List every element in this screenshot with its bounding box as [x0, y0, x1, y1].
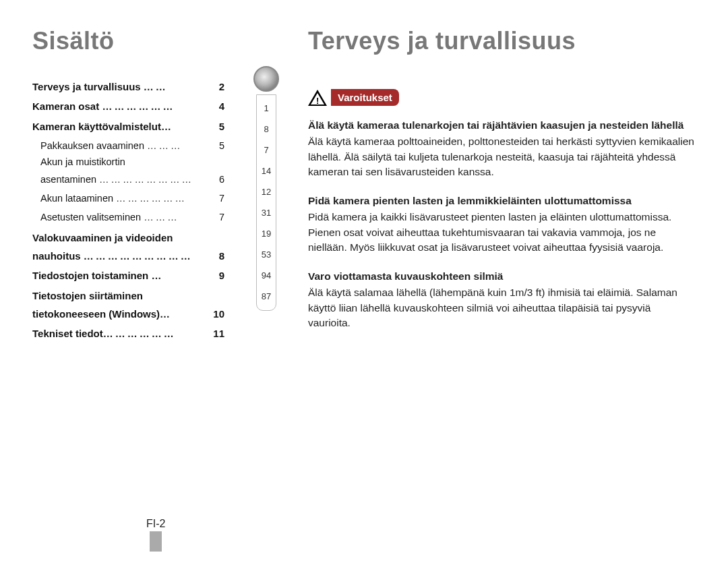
warning-triangle-icon: !	[308, 90, 327, 106]
toc-page: 4	[215, 96, 224, 116]
toc-label: nauhoitus	[32, 246, 81, 266]
toc-label: Kameran osat	[32, 96, 99, 116]
toc-item: Kameran käyttövalmistelut … 5	[32, 117, 224, 136]
toc-label: Asetusten valitseminen	[40, 208, 141, 227]
toc-label: Terveys ja turvallisuus	[32, 77, 141, 96]
page-number: FI-2	[146, 518, 165, 529]
warning-header: ! Varoitukset	[308, 89, 696, 106]
toc-subitem: asentaminen …………………… 6	[32, 170, 224, 189]
toc-item: Terveys ja turvallisuus …… 2	[32, 77, 224, 96]
toc-label: Kameran käyttövalmistelut	[32, 117, 161, 136]
reference-strip: 1 8 7 14 12 31 19 53 94 87	[253, 66, 280, 345]
toc-item: tietokoneeseen (Windows) … 10	[32, 304, 224, 324]
toc-label: asentaminen	[40, 170, 96, 189]
ref-number: 53	[262, 248, 271, 260]
toc-subitem-cont: Akun ja muistikortin	[32, 155, 224, 170]
toc-subitem: Pakkauksen avaaminen ……… 5	[32, 136, 224, 155]
section-body: Älä käytä salamaa lähellä (lähempänä kui…	[308, 285, 696, 330]
section-heading: Älä käytä kameraa tulenarkojen tai räjäh…	[308, 118, 696, 133]
table-of-contents: Terveys ja turvallisuus …… 2 Kameran osa…	[32, 77, 224, 344]
toc-page: 10	[209, 304, 224, 324]
toc-subitem: Akun lataaminen ……………… 7	[32, 189, 224, 208]
disc-icon	[253, 66, 279, 92]
toc-page: 6	[215, 170, 224, 189]
document-page: Sisältö Terveys ja turvallisuus …… 2 Kam…	[0, 0, 728, 361]
left-title: Sisältö	[32, 27, 224, 55]
toc-page: 7	[215, 189, 224, 208]
toc-page: 2	[215, 77, 224, 96]
toc-item: Kameran osat ……………… 4	[32, 96, 224, 116]
toc-page: 5	[215, 117, 224, 136]
right-title: Terveys ja turvallisuus	[308, 27, 696, 55]
ref-number: 7	[264, 144, 268, 156]
toc-item: nauhoitus ……………………… 8	[32, 246, 224, 266]
section-body: Pidä kamera ja kaikki lisävarusteet pien…	[308, 210, 696, 255]
page-footer: FI-2	[146, 518, 165, 552]
toc-page: 9	[215, 266, 224, 285]
left-column: Sisältö Terveys ja turvallisuus …… 2 Kam…	[32, 27, 224, 345]
section-heading: Pidä kamera pienten lasten ja lemmikkiel…	[308, 194, 696, 208]
ref-number: 31	[262, 206, 271, 218]
safety-section: Pidä kamera pienten lasten ja lemmikkiel…	[308, 194, 696, 256]
toc-page: 5	[215, 136, 224, 155]
ref-number: 12	[262, 185, 271, 198]
footer-bar	[150, 531, 162, 552]
toc-page: 8	[215, 246, 224, 266]
section-body: Älä käytä kameraa polttoaineiden, poltto…	[308, 134, 696, 179]
ref-number: 14	[262, 165, 271, 177]
toc-label: Tiedostojen toistaminen	[32, 266, 148, 285]
toc-item-cont: Tietostojen siirtäminen	[32, 288, 224, 304]
ref-number: 1	[264, 102, 268, 114]
toc-label: Tekniset tiedot	[32, 324, 103, 343]
toc-subitem: Asetusten valitseminen ……… 7	[32, 208, 224, 227]
ref-number: 19	[262, 227, 271, 239]
reference-numbers: 1 8 7 14 12 31 19 53 94 87	[256, 94, 276, 311]
toc-item-cont: Valokuvaaminen ja videoiden	[32, 230, 224, 246]
toc-page: 11	[209, 324, 224, 343]
toc-label: Akun lataaminen	[40, 189, 113, 208]
warning-pill: Varoitukset	[331, 89, 399, 106]
toc-item: Tiedostojen toistaminen … 9	[32, 266, 224, 285]
safety-section: Varo viottamasta kuvauskohteen silmiä Äl…	[308, 269, 696, 331]
toc-label: Pakkauksen avaaminen	[40, 136, 144, 155]
ref-number: 87	[262, 290, 271, 302]
toc-label: tietokoneeseen (Windows)	[32, 304, 160, 324]
safety-section: Älä käytä kameraa tulenarkojen tai räjäh…	[308, 118, 696, 180]
toc-item: Tekniset tiedot ……………… 11	[32, 324, 224, 343]
toc-page: 7	[215, 208, 224, 227]
section-heading: Varo viottamasta kuvauskohteen silmiä	[308, 269, 696, 284]
ref-number: 8	[264, 123, 268, 135]
ref-number: 94	[262, 269, 271, 281]
right-column: Terveys ja turvallisuus ! Varoitukset Äl…	[308, 27, 696, 345]
